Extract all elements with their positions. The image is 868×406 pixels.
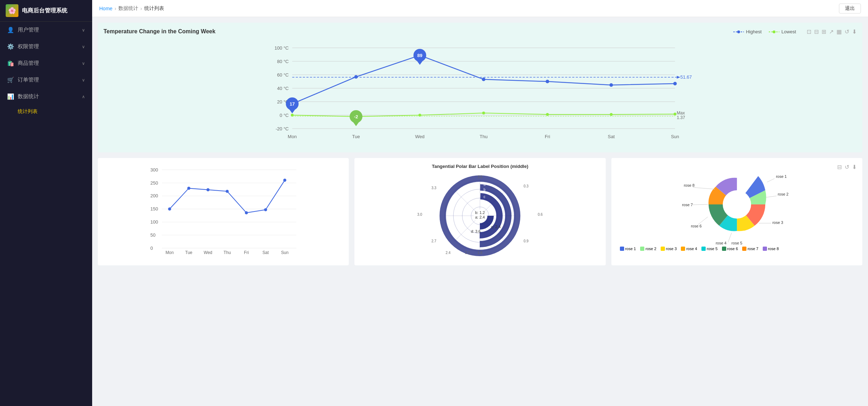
svg-text:rose 2: rose 2 xyxy=(778,192,789,196)
svg-text:1.37: 1.37 xyxy=(677,115,685,120)
toolbar-icon-3[interactable]: ⊞ xyxy=(822,28,826,35)
legend-highest-label: Highest xyxy=(746,29,762,34)
svg-point-34 xyxy=(482,78,486,81)
rose-legend-2: rose 2 xyxy=(645,247,656,251)
svg-text:100: 100 xyxy=(150,219,158,225)
svg-text:c: 2.4: c: 2.4 xyxy=(491,225,501,229)
line-chart-svg: 300 250 200 150 100 50 0 xyxy=(103,164,343,256)
toolbar-icon-6[interactable]: ↺ xyxy=(845,28,849,35)
rose-legend-3: rose 3 xyxy=(666,247,677,251)
svg-text:150: 150 xyxy=(150,206,158,212)
temp-chart-title: Temperature Change in the Coming Week xyxy=(103,28,215,35)
svg-point-46 xyxy=(419,114,421,117)
user-icon: 👤 xyxy=(7,27,14,33)
rose-chart-toolbar: ⊟ ↺ ⬇ xyxy=(837,164,857,170)
svg-line-117 xyxy=(766,196,777,197)
temp-chart-toolbar: ⊡ ⊟ ⊞ ↗ ▦ ↺ ⬇ xyxy=(807,28,857,35)
svg-point-113 xyxy=(723,190,751,219)
sidebar-label-stats: 数据统计 xyxy=(18,93,39,100)
svg-text:250: 250 xyxy=(150,180,158,186)
toolbar-icon-4[interactable]: ↗ xyxy=(829,28,834,35)
svg-text:a: a xyxy=(483,182,486,186)
sidebar-item-stats[interactable]: 📊 数据统计 ∧ xyxy=(0,88,92,105)
svg-text:-20 °C: -20 °C xyxy=(276,126,289,131)
svg-text:rose 5: rose 5 xyxy=(732,241,743,245)
breadcrumb-home[interactable]: Home xyxy=(99,6,112,11)
svg-text:Sat: Sat xyxy=(262,250,269,255)
sidebar-item-order[interactable]: 🛒 订单管理 ∨ xyxy=(0,72,92,88)
svg-text:rose 4: rose 4 xyxy=(716,241,727,245)
sidebar-label-permission: 权限管理 xyxy=(18,43,39,50)
toolbar-icon-7[interactable]: ⬇ xyxy=(852,28,857,35)
svg-marker-40 xyxy=(290,109,295,113)
svg-point-44 xyxy=(291,114,294,117)
svg-text:100 °C: 100 °C xyxy=(275,45,289,51)
svg-text:3.0: 3.0 xyxy=(418,213,422,216)
toolbar-icon-1[interactable]: ⊡ xyxy=(807,28,811,35)
line-chart-container: 300 250 200 150 100 50 0 xyxy=(98,158,349,265)
rose-toolbar-download[interactable]: ⬇ xyxy=(852,164,857,170)
chevron-order: ∨ xyxy=(82,78,85,83)
temp-chart-svg: .axis-label { font-size: 13px; fill: #66… xyxy=(103,39,857,145)
svg-point-50 xyxy=(674,113,677,115)
sidebar-label-user: 用户管理 xyxy=(18,27,39,33)
sidebar-label-order: 订单管理 xyxy=(18,77,39,83)
goods-icon: 🛍️ xyxy=(7,60,14,67)
svg-text:rose 7: rose 7 xyxy=(682,203,693,207)
svg-text:0: 0 xyxy=(150,246,153,251)
rose-toolbar-save[interactable]: ⊟ xyxy=(837,164,842,170)
svg-point-68 xyxy=(168,208,171,211)
rose-toolbar-refresh[interactable]: ↺ xyxy=(845,164,849,170)
svg-text:a: 2.4: a: 2.4 xyxy=(475,215,485,219)
svg-text:Sun: Sun xyxy=(281,250,289,255)
temp-chart-legend: Highest Lowest xyxy=(733,29,796,34)
svg-text:0 °C: 0 °C xyxy=(280,113,289,118)
svg-line-125 xyxy=(691,204,708,205)
svg-text:0.9: 0.9 xyxy=(524,239,529,243)
stats-icon: 📊 xyxy=(7,93,14,100)
breadcrumb-sep2: › xyxy=(140,6,142,11)
svg-text:Fri: Fri xyxy=(545,134,550,139)
rose-legend-5: rose 5 xyxy=(707,247,718,251)
legend-lowest: Lowest xyxy=(769,29,796,34)
topbar: Home › 数据统计 › 统计列表 退出 xyxy=(92,0,868,17)
svg-text:3.6: 3.6 xyxy=(478,175,483,179)
svg-text:17: 17 xyxy=(290,101,295,107)
svg-text:51.67: 51.67 xyxy=(681,74,692,80)
svg-text:0.3: 0.3 xyxy=(524,184,529,188)
rose-legend-1: rose 1 xyxy=(625,247,636,251)
svg-point-48 xyxy=(546,113,549,116)
toolbar-icon-5[interactable]: ▦ xyxy=(836,28,842,35)
svg-point-74 xyxy=(283,179,286,182)
sidebar-submenu-stats-list[interactable]: 统计列表 xyxy=(0,105,92,118)
svg-point-3 xyxy=(773,30,775,33)
svg-text:d: 3.6: d: 3.6 xyxy=(471,229,481,233)
svg-text:80 °C: 80 °C xyxy=(277,59,289,64)
svg-text:d: d xyxy=(483,203,486,207)
svg-text:rose 1: rose 1 xyxy=(776,174,787,179)
svg-text:b: 1.2: b: 1.2 xyxy=(475,210,485,215)
sidebar-title: 电商后台管理系统 xyxy=(22,7,67,15)
breadcrumb-sep1: › xyxy=(114,6,116,11)
sidebar-item-user[interactable]: 👤 用户管理 ∨ xyxy=(0,22,92,38)
polar-chart-svg: b: 1.2 a: 2.4 c: 2.4 d: 3.6 3.6 0.3 0.6 … xyxy=(360,173,600,258)
polar-chart-container: Tangential Polar Bar Label Position (mid… xyxy=(354,158,605,265)
toolbar-icon-2[interactable]: ⊟ xyxy=(814,28,819,35)
logout-button[interactable]: 退出 xyxy=(839,4,861,13)
svg-text:89: 89 xyxy=(417,53,422,58)
svg-text:Fri: Fri xyxy=(244,250,249,255)
svg-point-49 xyxy=(610,113,613,116)
sidebar-item-goods[interactable]: 🛍️ 商品管理 ∨ xyxy=(0,55,92,72)
svg-text:Mon: Mon xyxy=(166,250,174,255)
sidebar-item-permission[interactable]: ⚙️ 权限管理 ∨ xyxy=(0,38,92,55)
rose-chart-container: ⊟ ↺ ⬇ xyxy=(611,158,862,265)
svg-text:50: 50 xyxy=(150,232,155,238)
content-area: Temperature Change in the Coming Week Hi… xyxy=(92,17,868,406)
svg-text:rose 6: rose 6 xyxy=(691,224,702,228)
svg-text:300: 300 xyxy=(150,167,158,173)
svg-point-69 xyxy=(187,187,190,190)
breadcrumb: Home › 数据统计 › 统计列表 xyxy=(99,5,164,12)
breadcrumb-level2: 统计列表 xyxy=(144,5,164,12)
temp-chart-container: Temperature Change in the Coming Week Hi… xyxy=(98,23,862,152)
charts-row: 300 250 200 150 100 50 0 xyxy=(98,158,862,265)
